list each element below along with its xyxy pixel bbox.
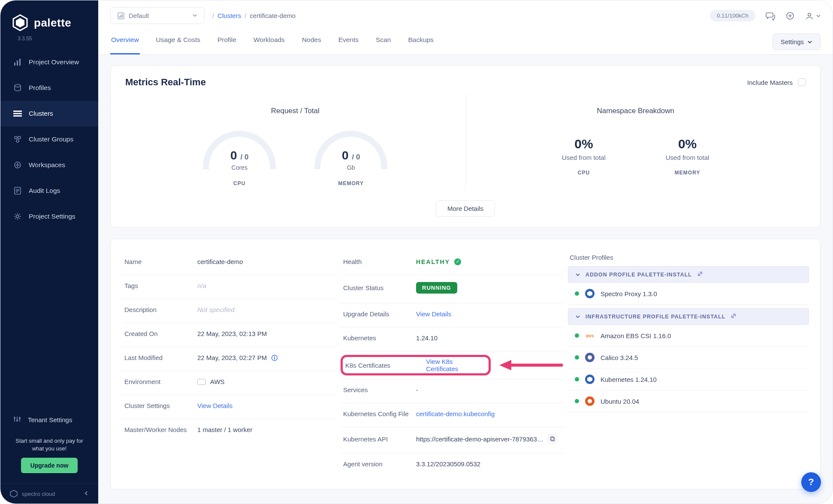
include-masters-checkbox[interactable] bbox=[798, 78, 806, 86]
dashboard-icon bbox=[13, 58, 22, 66]
tab-usage-costs[interactable]: Usage & Costs bbox=[155, 30, 201, 54]
svg-marker-18 bbox=[10, 490, 17, 497]
pack-label: Ubuntu 20.04 bbox=[601, 398, 639, 405]
pack-item[interactable]: aws Amazon EBS CSI 1.16.0 bbox=[568, 325, 809, 347]
sidebar-item-cluster-groups[interactable]: Cluster Groups bbox=[0, 126, 98, 152]
link-icon[interactable] bbox=[730, 313, 736, 320]
sidebar-item-project-overview[interactable]: Project Overview bbox=[0, 49, 98, 75]
kubernetes-api: https://certificate-demo-apiserver-78793… bbox=[416, 434, 557, 444]
breadcrumb: / Clusters / certificate-demo bbox=[212, 12, 296, 19]
upgrade-details-link[interactable]: View Details bbox=[416, 310, 451, 318]
tab-backups[interactable]: Backups bbox=[407, 30, 434, 54]
plus-circle-icon[interactable] bbox=[785, 11, 795, 21]
pack-item[interactable]: Spectro Proxy 1.3.0 bbox=[568, 283, 809, 305]
project-selector[interactable]: Default bbox=[110, 7, 205, 24]
svg-marker-32 bbox=[587, 377, 592, 382]
pack-item[interactable]: Kubernetes 1.24.10 bbox=[568, 369, 809, 390]
cluster-status-badge: RUNNING bbox=[416, 282, 457, 294]
metrics-col-title: Request / Total bbox=[134, 107, 457, 115]
status-dot-icon bbox=[575, 355, 579, 360]
sidebar-item-label: Workspaces bbox=[29, 161, 65, 169]
gauge-cpu: 0 / 0 Cores CPU bbox=[201, 131, 278, 186]
svg-rect-7 bbox=[13, 113, 22, 114]
svg-point-33 bbox=[588, 399, 592, 403]
clusters-icon bbox=[13, 109, 22, 118]
pack-item[interactable]: Ubuntu 20.04 bbox=[568, 390, 809, 412]
pack-icon bbox=[585, 396, 595, 406]
sidebar-item-profiles[interactable]: Profiles bbox=[0, 75, 98, 101]
svg-rect-22 bbox=[122, 14, 123, 18]
pack-label: Spectro Proxy 1.3.0 bbox=[601, 290, 657, 297]
sidebar-item-label: Audit Logs bbox=[29, 187, 60, 195]
svg-point-24 bbox=[808, 13, 811, 15]
help-fab-button[interactable]: ? bbox=[801, 472, 821, 492]
brand-logo: palette bbox=[0, 0, 98, 34]
chevron-down-icon bbox=[575, 272, 580, 277]
cluster-settings-link[interactable]: View Details bbox=[197, 402, 232, 409]
view-k8s-certificates-link[interactable]: View K8s Certificates bbox=[426, 358, 486, 372]
workspaces-icon bbox=[13, 161, 22, 169]
sidebar-item-audit-logs[interactable]: Audit Logs bbox=[0, 178, 98, 204]
pack-label: Kubernetes 1.24.10 bbox=[601, 376, 657, 383]
tab-nodes[interactable]: Nodes bbox=[301, 30, 322, 54]
kubeconfig-link[interactable]: certificate-demo.kubeconfig bbox=[416, 410, 495, 417]
link-icon[interactable] bbox=[697, 271, 703, 278]
cluster-name: certificate-demo bbox=[197, 258, 243, 265]
sidebar-item-workspaces[interactable]: Workspaces bbox=[0, 152, 98, 178]
tab-events[interactable]: Events bbox=[338, 30, 359, 54]
status-dot-icon bbox=[575, 399, 579, 403]
info-icon[interactable] bbox=[271, 354, 278, 361]
chat-icon[interactable] bbox=[766, 11, 775, 21]
svg-rect-29 bbox=[550, 437, 554, 440]
kubernetes-version: 1.24.10 bbox=[416, 334, 438, 342]
user-menu[interactable] bbox=[805, 12, 821, 20]
svg-rect-3 bbox=[17, 60, 18, 66]
pack-item[interactable]: Calico 3.24.5 bbox=[568, 347, 809, 369]
upgrade-now-button[interactable]: Upgrade now bbox=[21, 458, 78, 473]
more-details-button[interactable]: More Details bbox=[436, 200, 495, 217]
profile-group-infra[interactable]: INFRASTRUCTURE PROFILE PALETTE-INSTALL bbox=[568, 308, 809, 325]
svg-rect-21 bbox=[121, 15, 121, 18]
health-value: HEALTHY✓ bbox=[416, 258, 461, 265]
cluster-description: Not specified. bbox=[197, 306, 236, 313]
brand-name: palette bbox=[34, 16, 71, 30]
chevron-down-icon bbox=[192, 12, 197, 19]
settings-button[interactable]: Settings bbox=[773, 33, 821, 50]
kpi-cpu: 0% Used from total CPU bbox=[562, 137, 606, 176]
sidebar-item-label: Project Overview bbox=[29, 58, 79, 66]
sidebar-item-label: Profiles bbox=[29, 84, 51, 92]
pack-icon bbox=[585, 353, 595, 362]
sidebar-nav: Project Overview Profiles Clusters Clust… bbox=[0, 49, 98, 229]
main-content: Default / Clusters / certificate-demo 0.… bbox=[98, 0, 833, 504]
svg-rect-20 bbox=[119, 16, 120, 18]
tab-profile[interactable]: Profile bbox=[217, 30, 237, 54]
tab-workloads[interactable]: Workloads bbox=[253, 30, 286, 54]
status-dot-icon bbox=[575, 377, 579, 381]
sidebar-item-project-settings[interactable]: Project Settings bbox=[0, 204, 98, 229]
project-icon bbox=[118, 12, 124, 19]
breadcrumb-root[interactable]: Clusters bbox=[217, 12, 241, 19]
sidebar: palette 3.3.55 Project Overview Profiles… bbox=[0, 0, 98, 504]
profile-group-addon[interactable]: ADDON PROFILE PALETTE-INSTALL bbox=[568, 266, 809, 283]
audit-log-icon bbox=[13, 186, 22, 195]
k8s-certificates-highlight: K8s Certificates View K8s Certificates bbox=[341, 355, 491, 375]
brand-logo-icon bbox=[12, 14, 29, 31]
environment: AWS bbox=[197, 378, 225, 385]
svg-marker-1 bbox=[16, 18, 24, 27]
cluster-tabs: Overview Usage & Costs Profile Workloads… bbox=[98, 24, 833, 55]
cluster-profiles-title: Cluster Profiles bbox=[568, 251, 809, 266]
spectro-logo-icon bbox=[10, 490, 18, 498]
tab-overview[interactable]: Overview bbox=[110, 30, 140, 54]
copy-icon[interactable] bbox=[548, 434, 557, 444]
include-masters-label: Include Masters bbox=[747, 79, 793, 86]
created-on: 22 May, 2023, 02:13 PM bbox=[197, 330, 267, 337]
svg-rect-4 bbox=[19, 59, 21, 66]
chevron-left-icon[interactable] bbox=[84, 491, 89, 497]
sidebar-item-clusters[interactable]: Clusters bbox=[0, 101, 98, 126]
tab-scan[interactable]: Scan bbox=[375, 30, 392, 54]
pack-icon: aws bbox=[585, 331, 595, 340]
sidebar-item-tenant-settings[interactable]: Tenant Settings bbox=[0, 408, 98, 432]
svg-point-11 bbox=[16, 140, 19, 142]
metrics-panel: Metrics Real-Time Include Masters Reques… bbox=[110, 65, 821, 228]
cluster-tags: n/a bbox=[197, 282, 206, 289]
